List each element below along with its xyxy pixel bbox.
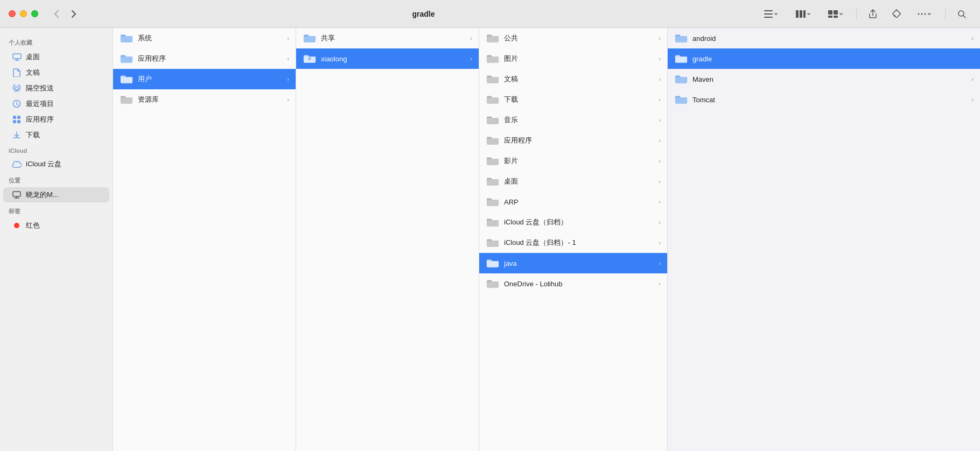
folder-icon-resources bbox=[120, 94, 134, 105]
minimize-button[interactable] bbox=[20, 10, 27, 17]
col4-item-tomcat-label: Tomcat bbox=[692, 96, 967, 104]
col4-item-gradle[interactable]: gradle bbox=[668, 48, 980, 69]
svg-rect-21 bbox=[17, 120, 20, 123]
col1-item-resources[interactable]: 资源库 › bbox=[113, 89, 296, 110]
svg-point-13 bbox=[925, 13, 926, 15]
col3-item-apps2[interactable]: 应用程序 › bbox=[479, 130, 667, 151]
col3-item-desktop2[interactable]: 桌面 › bbox=[479, 171, 667, 192]
forward-button[interactable] bbox=[66, 6, 81, 22]
sidebar-item-icloud-drive[interactable]: iCloud 云盘 bbox=[3, 157, 109, 172]
col4-item-gradle-label: gradle bbox=[692, 55, 974, 63]
col3-item-icloud-arch1-chevron: › bbox=[659, 239, 661, 246]
col1-item-xitong[interactable]: 系统 › bbox=[113, 28, 296, 48]
folder-icon-apps2 bbox=[486, 135, 500, 146]
search-button[interactable] bbox=[952, 6, 971, 22]
folder-icon-gradle bbox=[674, 53, 688, 64]
more-button[interactable] bbox=[911, 6, 939, 22]
col3-item-icloud-arch-chevron: › bbox=[659, 219, 661, 226]
folder-icon-tomcat bbox=[674, 94, 688, 105]
col1-item-xitong-label: 系统 bbox=[138, 33, 283, 43]
tag-button[interactable] bbox=[887, 6, 906, 22]
main-content: 个人收藏 桌面 文稿 隔空投送 最近项目 bbox=[0, 28, 980, 451]
column-view-button[interactable] bbox=[789, 6, 817, 22]
col2-item-xiaolong[interactable]: xiaolong › bbox=[296, 48, 479, 69]
col3-item-onedrive[interactable]: OneDrive - Lolihub › bbox=[479, 273, 667, 294]
svg-rect-6 bbox=[828, 10, 832, 15]
sidebar-item-recents[interactable]: 最近项目 bbox=[3, 96, 109, 111]
col3-item-music[interactable]: 音乐 › bbox=[479, 110, 667, 130]
col2-item-shared-label: 共享 bbox=[321, 33, 466, 43]
sidebar-item-applications[interactable]: 应用程序 bbox=[3, 112, 109, 127]
col3-item-photos[interactable]: 图片 › bbox=[479, 48, 667, 69]
sidebar-section-tags: 标签 bbox=[0, 203, 113, 217]
col1-item-apps[interactable]: 应用程序 › bbox=[113, 48, 296, 69]
sidebar-item-airdrop[interactable]: 隔空投送 bbox=[3, 81, 109, 96]
col2-item-shared[interactable]: 共享 › bbox=[296, 28, 479, 48]
col3-item-downloads[interactable]: 下载 › bbox=[479, 89, 667, 110]
col3-item-downloads-label: 下载 bbox=[504, 95, 654, 104]
col4-item-android[interactable]: android › bbox=[668, 28, 980, 48]
col1-item-user-chevron: › bbox=[287, 76, 289, 82]
sidebar-item-applications-label: 应用程序 bbox=[26, 115, 54, 124]
col3-item-apps2-label: 应用程序 bbox=[504, 136, 654, 145]
sidebar-item-mac[interactable]: 晓龙的M... bbox=[3, 187, 109, 202]
folder-icon-public bbox=[486, 33, 500, 44]
col3-item-public[interactable]: 公共 › bbox=[479, 28, 667, 48]
col3-item-docs[interactable]: 文稿 › bbox=[479, 69, 667, 89]
sidebar-item-documents[interactable]: 文稿 bbox=[3, 65, 109, 80]
col3-item-apps2-chevron: › bbox=[659, 137, 661, 144]
col3-item-movies[interactable]: 影片 › bbox=[479, 151, 667, 171]
airdrop-icon bbox=[12, 83, 22, 93]
svg-rect-15 bbox=[13, 54, 21, 59]
col3-item-photos-chevron: › bbox=[659, 55, 661, 62]
col3-item-movies-chevron: › bbox=[659, 158, 661, 164]
col3-item-icloud-arch[interactable]: iCloud 云盘（归档） › bbox=[479, 212, 667, 232]
columns-area: 系统 › 应用程序 › 用户 › 资源库 bbox=[113, 28, 980, 451]
back-button[interactable] bbox=[49, 6, 64, 22]
col4-item-maven[interactable]: Maven › bbox=[668, 69, 980, 89]
col3-item-java[interactable]: java › bbox=[479, 253, 667, 273]
col3-item-photos-label: 图片 bbox=[504, 54, 654, 64]
gallery-view-button[interactable] bbox=[822, 6, 850, 22]
sidebar-section-icloud: iCloud bbox=[0, 143, 113, 156]
window-title: gradle bbox=[101, 10, 746, 18]
col1-item-apps-chevron: › bbox=[287, 55, 289, 62]
folder-icon-icloud-arch bbox=[486, 217, 500, 228]
tag-red-icon bbox=[12, 221, 22, 230]
sidebar-section-location: 位置 bbox=[0, 172, 113, 187]
traffic-lights bbox=[9, 10, 38, 17]
folder-icon-android bbox=[674, 33, 688, 44]
share-button[interactable] bbox=[863, 6, 883, 22]
svg-rect-2 bbox=[764, 17, 773, 18]
sidebar-item-icloud-label: iCloud 云盘 bbox=[26, 159, 61, 169]
col3-item-arp[interactable]: ARP › bbox=[479, 192, 667, 212]
folder-icon-movies bbox=[486, 156, 500, 166]
document-icon bbox=[12, 68, 22, 77]
col3-item-onedrive-chevron: › bbox=[659, 280, 661, 287]
sidebar-item-desktop[interactable]: 桌面 bbox=[3, 50, 109, 65]
sidebar-item-tag-red[interactable]: 红色 bbox=[3, 218, 109, 233]
svg-point-12 bbox=[921, 13, 923, 15]
close-button[interactable] bbox=[9, 10, 16, 17]
col4-item-android-chevron: › bbox=[971, 35, 974, 41]
col1-item-user[interactable]: 用户 › bbox=[113, 69, 296, 89]
col3-item-java-label: java bbox=[504, 259, 654, 267]
maximize-button[interactable] bbox=[31, 10, 38, 17]
svg-rect-0 bbox=[764, 10, 773, 11]
col3-item-docs-chevron: › bbox=[659, 76, 661, 82]
svg-point-10 bbox=[894, 15, 895, 17]
list-view-button[interactable] bbox=[757, 6, 785, 22]
desktop-icon bbox=[12, 52, 22, 62]
mac-icon bbox=[12, 190, 22, 200]
sidebar: 个人收藏 桌面 文稿 隔空投送 最近项目 bbox=[0, 28, 113, 451]
col3-item-music-label: 音乐 bbox=[504, 115, 654, 125]
col4-item-tomcat[interactable]: Tomcat › bbox=[668, 89, 980, 110]
col3-item-desktop2-label: 桌面 bbox=[504, 177, 654, 186]
col3-item-icloud-arch1[interactable]: iCloud 云盘（归档）- 1 › bbox=[479, 232, 667, 253]
folder-icon-maven bbox=[674, 74, 688, 84]
col3-item-docs-label: 文稿 bbox=[504, 74, 654, 84]
svg-rect-4 bbox=[800, 10, 802, 18]
svg-rect-3 bbox=[796, 10, 799, 18]
svg-point-16 bbox=[15, 87, 18, 90]
sidebar-item-downloads[interactable]: 下载 bbox=[3, 128, 109, 143]
